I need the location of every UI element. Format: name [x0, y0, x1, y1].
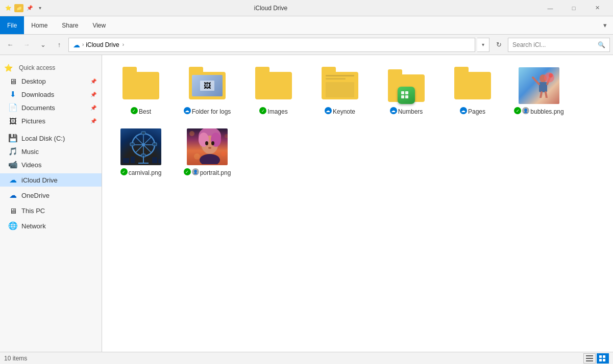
ribbon-expand-icon[interactable]: ▾ — [597, 16, 613, 34]
pin-icon-pictures: 📌 — [90, 118, 96, 124]
sync-cloud-icon-keynote: ☁ — [325, 107, 332, 114]
file-item-bubbles[interactable]: ✓ 👤 bubbles.png — [508, 63, 570, 119]
tab-home[interactable]: Home — [24, 16, 55, 34]
svg-point-8 — [549, 73, 553, 77]
sidebar-item-network[interactable]: 🌐 Network — [0, 219, 102, 232]
file-name-row-numbers: ☁ Numbers — [390, 106, 423, 115]
sidebar-label-icloud-drive: iCloud Drive — [21, 176, 58, 184]
details-view-button[interactable] — [583, 353, 596, 363]
maximize-button[interactable]: □ — [562, 0, 585, 16]
file-item-carnival[interactable]: ✓ carnival.png — [110, 124, 171, 180]
svg-point-37 — [194, 153, 200, 160]
sidebar-item-pictures[interactable]: 🖼 Pictures 📌 — [0, 114, 102, 127]
cloud-icon: ☁ — [73, 41, 80, 49]
sidebar-label-music: Music — [21, 148, 39, 155]
svg-rect-20 — [153, 143, 157, 146]
main: ⭐ Quick access 🖥 Desktop 📌 ⬇ Downloads 📌… — [0, 55, 613, 352]
address-dropdown-button[interactable]: ▾ — [477, 38, 489, 52]
sidebar-item-this-pc[interactable]: 🖥 This PC — [0, 204, 102, 217]
search-input[interactable] — [512, 41, 596, 48]
large-icons-view-button[interactable] — [597, 353, 609, 363]
folder-icon-folder-for-logs: 🖼 — [187, 67, 228, 104]
file-item-folder-for-logs[interactable]: 🖼 ☁ Folder for logs — [177, 63, 238, 119]
folder-icon-best — [120, 67, 161, 104]
quick-access-label: Quick access — [19, 64, 55, 71]
sidebar-item-videos[interactable]: 📹 Videos — [0, 158, 102, 171]
svg-rect-39 — [586, 355, 593, 356]
pin-icon-desktop: 📌 — [90, 79, 96, 84]
this-pc-icon: 🖥 — [8, 206, 17, 215]
tab-share[interactable]: Share — [55, 16, 85, 34]
svg-rect-19 — [130, 143, 134, 146]
sidebar-item-downloads[interactable]: ⬇ Downloads 📌 — [0, 88, 102, 101]
pin-icon-documents: 📌 — [90, 105, 96, 111]
title-bar: ⭐ 📁 📌 ▾ iCloud Drive — □ ✕ — [0, 0, 613, 16]
folder-icon-numbers — [386, 67, 427, 104]
svg-line-9 — [541, 92, 542, 98]
sidebar-item-documents[interactable]: 📄 Documents 📌 — [0, 101, 102, 114]
file-item-best[interactable]: ✓ Best — [110, 63, 171, 119]
svg-rect-44 — [599, 359, 602, 361]
path-end-chevron: › — [122, 42, 124, 47]
sidebar-item-local-disk[interactable]: 💾 Local Disk (C:) — [0, 132, 102, 145]
minimize-button[interactable]: — — [538, 0, 562, 16]
recent-locations-button[interactable]: ⌄ — [36, 38, 50, 52]
up-button[interactable]: ↑ — [52, 38, 66, 52]
svg-rect-23 — [123, 158, 129, 163]
file-name-row-bubbles: ✓ 👤 bubbles.png — [514, 106, 563, 115]
person-icon-bubbles: 👤 — [522, 107, 529, 114]
sync-done-icon-carnival: ✓ — [120, 168, 128, 175]
file-item-name-portrait: portrait.png — [200, 169, 231, 176]
file-item-portrait[interactable]: ✓ 👤 portrait.png — [177, 124, 238, 180]
svg-rect-2 — [401, 95, 404, 98]
close-button[interactable]: ✕ — [585, 0, 609, 16]
sidebar-item-onedrive[interactable]: ☁ OneDrive — [0, 189, 102, 202]
svg-line-6 — [533, 77, 539, 84]
forward-button[interactable]: → — [19, 38, 34, 52]
onedrive-icon: ☁ — [8, 191, 17, 200]
search-box: 🔍 — [508, 38, 610, 52]
svg-point-32 — [211, 141, 214, 145]
sidebar-item-desktop[interactable]: 🖥 Desktop 📌 — [0, 74, 102, 88]
svg-point-36 — [225, 134, 228, 138]
file-item-keynote[interactable]: ☁ Keynote — [309, 63, 371, 119]
tab-file[interactable]: File — [0, 16, 24, 34]
svg-rect-43 — [603, 355, 605, 358]
sidebar-label-local-disk: Local Disk (C:) — [21, 135, 65, 142]
svg-line-10 — [546, 92, 547, 98]
svg-rect-40 — [586, 358, 593, 359]
sidebar-item-music[interactable]: 🎵 Music — [0, 145, 102, 158]
sync-done-icon-images: ✓ — [259, 107, 266, 114]
svg-point-31 — [205, 141, 208, 145]
file-item-images[interactable]: ✓ Images — [243, 63, 304, 119]
svg-rect-45 — [603, 359, 605, 361]
refresh-button[interactable]: ↻ — [492, 38, 506, 52]
file-item-numbers[interactable]: ☁ Numbers — [376, 63, 437, 119]
bubbles-thumbnail — [519, 67, 559, 104]
file-name-row-carnival: ✓ carnival.png — [120, 167, 162, 176]
folder-icon-keynote — [320, 67, 360, 104]
address-path[interactable]: ☁ › iCloud Drive › — [68, 38, 475, 52]
sync-cloud-icon-pages: ☁ — [460, 107, 467, 114]
file-item-name-images: Images — [267, 108, 287, 115]
file-item-name-pages: Pages — [468, 108, 485, 115]
svg-point-34 — [200, 154, 220, 164]
sidebar-label-this-pc: This PC — [21, 207, 45, 215]
portrait-thumbnail — [187, 128, 228, 165]
items-grid: ✓ Best 🖼 — [110, 63, 605, 180]
path-chevron: › — [82, 42, 84, 47]
sidebar-label-documents: Documents — [21, 104, 55, 112]
svg-point-35 — [189, 131, 194, 136]
tab-view[interactable]: View — [85, 16, 113, 34]
sync-done-icon-portrait: ✓ — [184, 168, 191, 175]
sidebar-label-network: Network — [21, 222, 46, 230]
thumbnail-bubbles — [519, 67, 559, 104]
file-item-pages[interactable]: ☁ Pages — [442, 63, 503, 119]
back-button[interactable]: ← — [3, 38, 17, 52]
file-name-row-images: ✓ Images — [259, 106, 287, 115]
sidebar-item-icloud-drive[interactable]: ☁ iCloud Drive — [0, 173, 102, 187]
svg-rect-1 — [405, 91, 408, 94]
svg-rect-5 — [539, 82, 547, 92]
status-bar: 10 items — [0, 352, 613, 364]
svg-rect-0 — [401, 91, 404, 94]
